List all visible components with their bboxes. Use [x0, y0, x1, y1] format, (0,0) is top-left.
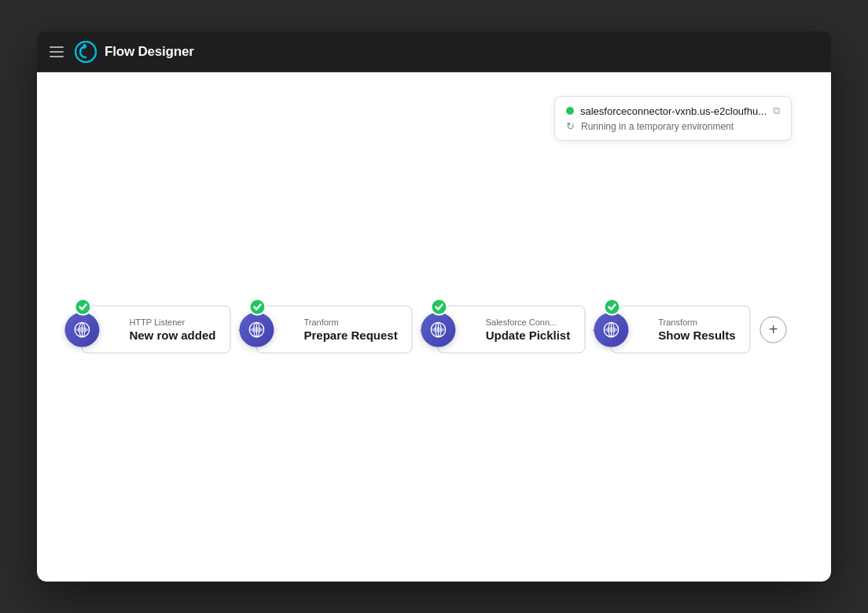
check-badge-1 [74, 299, 91, 316]
check-badge-4 [603, 299, 620, 316]
step-name-1: New row added [129, 329, 215, 342]
step-type-2: Tranform [303, 318, 397, 327]
status-badge: salesforceconnector-vxnb.us-e2cloufhu...… [554, 96, 792, 141]
step-type-4: Transform [658, 318, 735, 327]
status-dot-green [566, 107, 574, 115]
env-text: Running in a temporary environment [581, 121, 734, 132]
step-type-3: Salesforce Conn... [486, 318, 571, 327]
step-name-3: Update Picklist [486, 329, 571, 342]
step-box-4[interactable]: Transform Show Results [610, 306, 750, 354]
step-name-4: Show Results [658, 329, 735, 342]
step-icon-2 [239, 312, 274, 347]
svg-point-0 [75, 42, 96, 62]
refresh-icon: ↻ [566, 120, 575, 132]
app-logo [75, 41, 97, 63]
app-window: Flow Designer salesforceconnector-vxnb.u… [37, 31, 831, 582]
step-icon-4 [594, 312, 628, 347]
step-type-1: HTTP Listener [129, 318, 215, 327]
step-icon-1 [64, 312, 99, 347]
step-icon-3 [421, 312, 456, 347]
titlebar: Flow Designer [37, 31, 831, 72]
connector-name-text: salesforceconnector-vxnb.us-e2cloufhu... [580, 105, 767, 117]
step-box-1[interactable]: HTTP Listener New row added [81, 306, 230, 354]
flow-step-2[interactable]: Tranform Prepare Request [256, 306, 412, 354]
flow-step-1[interactable]: HTTP Listener New row added [81, 306, 230, 354]
step-box-2[interactable]: Tranform Prepare Request [256, 306, 412, 354]
flow-step-4[interactable]: Transform Show Results [610, 306, 750, 354]
step-box-3[interactable]: Salesforce Conn... Update Picklist [438, 306, 586, 354]
flow-container: HTTP Listener New row added → [81, 306, 786, 354]
app-title: Flow Designer [105, 44, 194, 60]
flow-canvas: salesforceconnector-vxnb.us-e2cloufhu...… [37, 72, 831, 582]
add-step-button[interactable]: + [760, 316, 787, 343]
menu-button[interactable] [50, 46, 64, 57]
flow-step-3[interactable]: Salesforce Conn... Update Picklist [438, 306, 586, 354]
step-name-2: Prepare Request [303, 329, 397, 342]
check-badge-2 [248, 299, 266, 316]
copy-icon[interactable]: ⧉ [773, 105, 780, 117]
